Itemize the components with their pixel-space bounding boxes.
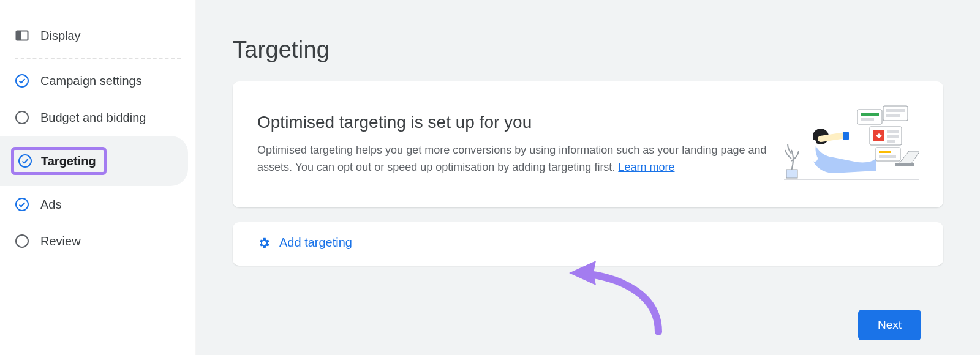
- main-content: Targeting Optimised targeting is set up …: [196, 0, 980, 355]
- svg-rect-14: [886, 109, 905, 112]
- svg-rect-11: [861, 113, 879, 116]
- sidebar-item-budget-bidding[interactable]: Budget and bidding: [0, 99, 188, 136]
- check-circle-icon: [15, 73, 29, 88]
- svg-rect-9: [843, 132, 849, 140]
- next-button-label: Next: [878, 318, 902, 331]
- sidebar-item-campaign-settings[interactable]: Campaign settings: [0, 62, 188, 99]
- optimised-targeting-card: Optimised targeting is set up for you Op…: [233, 81, 943, 207]
- svg-point-4: [19, 155, 31, 167]
- check-circle-icon: [18, 154, 32, 168]
- sidebar-item-label: Display: [40, 29, 81, 43]
- add-targeting-card: Add targeting: [233, 222, 943, 266]
- svg-rect-13: [883, 106, 908, 121]
- annotation-arrow: [567, 258, 689, 344]
- sidebar: Display Campaign settings Budget and bid…: [0, 0, 196, 355]
- svg-rect-7: [786, 170, 797, 178]
- sidebar-item-review[interactable]: Review: [0, 223, 188, 260]
- svg-rect-19: [887, 135, 899, 138]
- sidebar-item-label: Review: [40, 234, 81, 248]
- svg-rect-1: [17, 31, 21, 40]
- svg-rect-15: [886, 114, 900, 117]
- svg-rect-18: [887, 130, 899, 133]
- svg-rect-23: [879, 155, 896, 158]
- sidebar-highlight: Targeting: [11, 147, 107, 175]
- card-body-text: Optimised targeting helps you get more c…: [257, 144, 766, 173]
- sidebar-item-targeting[interactable]: Targeting: [0, 136, 188, 186]
- page-title: Targeting: [233, 37, 943, 63]
- svg-rect-10: [858, 110, 882, 124]
- sidebar-item-label: Budget and bidding: [40, 111, 146, 125]
- svg-point-5: [16, 198, 28, 211]
- sidebar-item-ads[interactable]: Ads: [0, 186, 188, 223]
- gear-icon: [257, 236, 271, 250]
- learn-more-link[interactable]: Learn more: [618, 161, 674, 173]
- svg-rect-20: [887, 140, 895, 143]
- circle-icon: [15, 110, 29, 125]
- svg-point-2: [16, 75, 28, 87]
- svg-point-6: [16, 235, 28, 247]
- next-button[interactable]: Next: [858, 310, 921, 340]
- sidebar-item-label: Ads: [40, 198, 61, 212]
- sidebar-item-label: Targeting: [41, 154, 96, 168]
- card-heading: Optimised targeting is set up for you: [257, 113, 767, 132]
- card-description: Optimised targeting helps you get more c…: [257, 142, 767, 176]
- add-targeting-button[interactable]: Add targeting: [257, 236, 352, 250]
- sidebar-divider: [15, 58, 181, 59]
- circle-icon: [15, 234, 29, 248]
- svg-rect-21: [876, 148, 900, 161]
- check-circle-icon: [15, 197, 29, 212]
- sidebar-item-display[interactable]: Display: [0, 17, 188, 54]
- svg-rect-24: [895, 163, 914, 166]
- display-icon: [15, 28, 29, 43]
- sidebar-item-label: Campaign settings: [40, 74, 142, 88]
- svg-point-3: [16, 111, 28, 124]
- illustration: [784, 105, 919, 184]
- add-targeting-label: Add targeting: [279, 236, 352, 250]
- svg-rect-22: [879, 151, 891, 153]
- svg-rect-12: [861, 118, 874, 121]
